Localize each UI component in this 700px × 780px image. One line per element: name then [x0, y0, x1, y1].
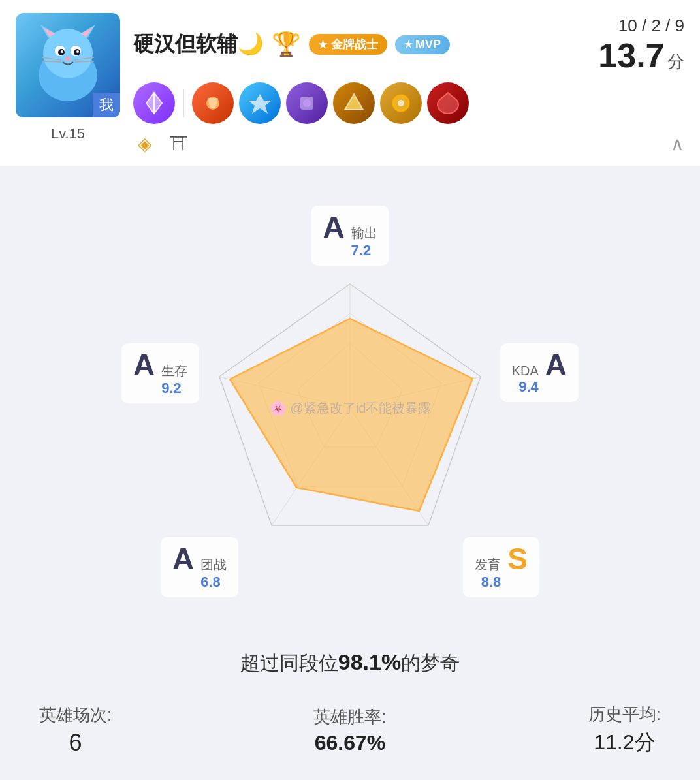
- radar-section: A 输出 7.2 A 生存 9.2 KDA 9.4 A A: [0, 166, 700, 636]
- item-icon-5: [333, 82, 375, 124]
- avatar-wrapper: 我: [16, 13, 120, 117]
- svg-point-23: [398, 100, 404, 106]
- games-label: 英雄场次:: [39, 704, 112, 726]
- kda-score-section: 10 / 2 / 9 13.7 分: [598, 16, 684, 73]
- badge-mvp: MVP: [395, 35, 450, 54]
- bottom-stats: 超过同段位98.1%的梦奇 英雄场次: 6 英雄胜率: 66.67% 历史平均:…: [0, 636, 700, 780]
- kda-stat-name: KDA: [512, 364, 539, 379]
- winrate-label: 英雄胜率:: [313, 706, 386, 728]
- position-icon: ⛩: [167, 132, 191, 155]
- kda-grade: A: [545, 350, 567, 380]
- teamfight-value: 6.8: [200, 574, 227, 591]
- big-score: 13.7: [598, 37, 664, 74]
- winrate-value: 66.67%: [315, 731, 386, 755]
- stat-games: 英雄场次: 6: [39, 704, 112, 757]
- header-card: 我 Lv.15 硬汉但软辅🌙 🏆 金牌战士 MVP 10 / 2 / 9 13.…: [0, 0, 700, 166]
- stats-row: 英雄场次: 6 英雄胜率: 66.67% 历史平均: 11.2分: [26, 703, 674, 757]
- stat-kda: KDA 9.4 A: [500, 343, 579, 402]
- item-icon-7: [427, 82, 469, 124]
- item-icon-6: [380, 82, 422, 124]
- radar-svg-wrapper: 🌸 @紧急改了id不能被暴露: [200, 271, 500, 545]
- items-row: [133, 82, 684, 124]
- avg-label: 历史平均:: [588, 703, 661, 726]
- item-icon-3: [239, 82, 281, 124]
- farming-name: 发育: [475, 556, 501, 574]
- stat-teamfight: A 团战 6.8: [161, 537, 238, 597]
- games-value: 6: [69, 729, 82, 757]
- map-icon: ◈: [133, 132, 157, 155]
- player-name: 硬汉但软辅🌙: [133, 30, 264, 59]
- radar-svg: [200, 271, 500, 545]
- percentile-value: 98.1%: [338, 649, 401, 674]
- badge-gold: 金牌战士: [309, 34, 387, 55]
- kda-stat-value: 9.4: [518, 379, 539, 396]
- me-badge: 我: [93, 93, 120, 117]
- farming-grade: S: [507, 544, 528, 574]
- svg-point-12: [65, 57, 71, 61]
- svg-line-14: [42, 61, 61, 62]
- score-display: 13.7 分: [598, 39, 684, 73]
- footer-row: ◈ ⛩ ∧: [133, 132, 684, 155]
- percentile-text: 超过同段位98.1%的梦奇: [26, 649, 674, 677]
- stat-avg: 历史平均: 11.2分: [588, 703, 661, 757]
- stat-farming: 发育 8.8 S: [463, 537, 539, 597]
- svg-line-16: [74, 61, 94, 62]
- stat-winrate: 英雄胜率: 66.67%: [313, 706, 386, 755]
- output-name: 输出: [351, 225, 377, 242]
- farming-value: 8.8: [481, 574, 501, 591]
- teamfight-name: 团战: [200, 556, 227, 574]
- rank-trophy-icon: 🏆: [272, 31, 301, 58]
- stat-output: A 输出 7.2: [311, 206, 389, 266]
- svg-point-10: [61, 50, 63, 53]
- output-value: 7.2: [351, 242, 377, 259]
- output-grade: A: [323, 212, 344, 242]
- survival-value: 9.2: [161, 380, 187, 397]
- svg-marker-19: [248, 94, 272, 114]
- svg-point-11: [76, 50, 79, 53]
- avg-value: 11.2分: [594, 728, 655, 757]
- svg-marker-32: [230, 319, 473, 511]
- survival-name: 生存: [161, 362, 187, 380]
- item-icon-4: [286, 82, 328, 124]
- player-level: Lv.15: [51, 125, 85, 142]
- radar-container: A 输出 7.2 A 生存 9.2 KDA 9.4 A A: [121, 206, 579, 610]
- item-icon-1: [133, 82, 175, 124]
- survival-grade: A: [133, 350, 155, 380]
- teamfight-grade: A: [172, 544, 194, 574]
- score-unit: 分: [667, 52, 684, 71]
- item-divider: [183, 89, 184, 117]
- kda-text: 10 / 2 / 9: [618, 16, 684, 36]
- stat-survival: A 生存 9.2: [121, 343, 199, 403]
- header-top-row: 硬汉但软辅🌙 🏆 金牌战士 MVP 10 / 2 / 9 13.7 分: [133, 16, 684, 73]
- svg-point-21: [303, 99, 311, 107]
- collapse-button[interactable]: ∧: [671, 133, 684, 155]
- header-info: 硬汉但软辅🌙 🏆 金牌战士 MVP 10 / 2 / 9 13.7 分: [133, 13, 684, 155]
- item-icon-2: [192, 82, 234, 124]
